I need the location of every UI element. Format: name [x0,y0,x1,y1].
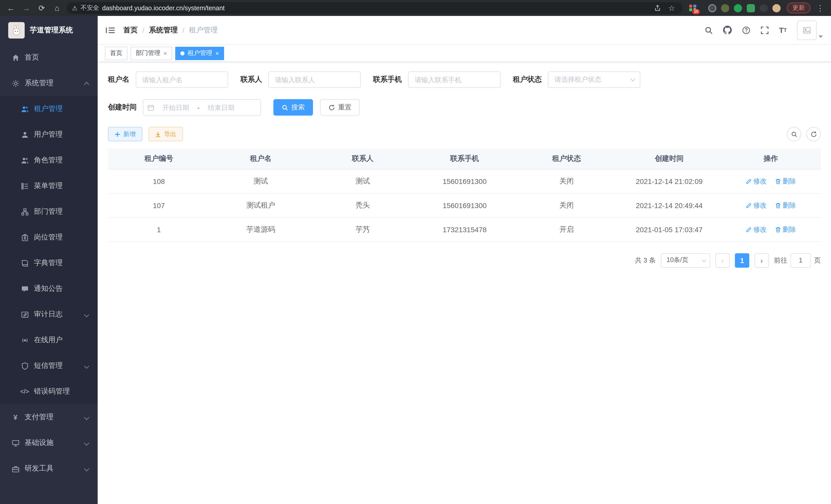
url-text[interactable]: dashboard.yudao.iocoder.cn/system/tenant [102,4,651,11]
menu-label: 短信管理 [34,361,63,370]
sidebar-item-sms[interactable]: 短信管理 [0,353,98,379]
share-icon[interactable] [654,5,661,11]
shield-icon [21,362,29,370]
extension-chat-icon[interactable] [747,4,755,12]
logo-image [8,22,25,38]
start-date-input[interactable] [157,103,194,111]
range-separator: - [197,103,200,111]
extension-green-icon[interactable] [734,4,742,12]
prev-page-button[interactable]: ‹ [715,253,730,267]
sidebar-group-infra[interactable]: 基础设施 [0,430,98,456]
add-button[interactable]: 新增 [108,127,142,141]
sidebar-item-online[interactable]: 在线用户 [0,327,98,353]
signal-icon [21,336,29,344]
forward-icon[interactable]: → [21,4,32,12]
reload-icon[interactable]: ⟳ [36,4,47,12]
menu-label: 审计日志 [34,310,63,319]
user-menu[interactable] [797,20,823,40]
tab-tenant[interactable]: 租户管理 × [175,47,224,60]
sidebar-item-menu[interactable]: 菜单管理 [0,173,98,199]
chevron-down-icon [84,466,89,471]
sidebar-item-errorcode[interactable]: </> 错误码管理 [0,379,98,404]
menu-label: 错误码管理 [34,387,70,396]
sidebar-item-post[interactable]: 岗位管理 [0,225,98,250]
sidebar-group-system[interactable]: 系统管理 [0,70,98,96]
delete-link[interactable]: 删除 [775,176,796,186]
extension-grid-icon[interactable]: 10 [689,4,697,12]
extension-ring-icon[interactable] [708,4,716,12]
back-icon[interactable]: ← [5,4,17,12]
header-search-icon[interactable] [704,26,713,34]
extension-olive-icon[interactable] [721,4,729,12]
close-icon[interactable]: × [164,50,167,57]
edit-link[interactable]: 修改 [746,225,767,234]
goto-page-input[interactable] [791,253,811,267]
search-button[interactable]: 搜索 [274,99,313,116]
tab-dept[interactable]: 部门管理 × [131,47,172,60]
help-icon[interactable] [742,26,750,34]
menu-label: 通知公告 [34,284,63,293]
page-number-button[interactable]: 1 [735,253,749,267]
status-placeholder: 请选择租户状态 [554,75,601,84]
profile-avatar-icon[interactable] [772,4,781,12]
bookmark-star-icon[interactable]: ☆ [666,4,677,12]
sidebar-item-role[interactable]: 角色管理 [0,147,98,173]
sidebar-item-user[interactable]: 用户管理 [0,122,98,147]
delete-link[interactable]: 删除 [775,225,796,234]
total-count: 共 3 条 [635,256,656,265]
security-label[interactable]: 不安全 [81,4,99,12]
tenant-name-input[interactable] [136,71,228,88]
hide-search-button[interactable] [787,127,801,141]
sidebar-item-dept[interactable]: 部门管理 [0,199,98,225]
edit-link[interactable]: 修改 [746,176,767,186]
extension-badge: 10 [692,9,700,14]
sidebar-group-devtools[interactable]: 研发工具 [0,456,98,481]
fullscreen-icon[interactable] [760,26,769,34]
edit-link[interactable]: 修改 [746,201,767,210]
cell-status: 关闭 [516,193,618,217]
next-page-button[interactable]: › [754,253,769,267]
phone-label: 联系手机 [373,75,402,84]
reset-button[interactable]: 重置 [320,99,360,116]
col-created: 创建时间 [618,148,721,169]
chevron-down-icon [819,35,823,38]
text-size-icon[interactable]: TT [779,26,787,34]
update-button[interactable]: 更新 [787,3,810,13]
collapse-menu-icon[interactable] [106,26,115,34]
extension-diamond-icon[interactable] [701,3,704,12]
sidebar-group-payment[interactable]: ¥ 支付管理 [0,404,98,430]
menu-label: 角色管理 [34,156,63,165]
export-button[interactable]: 导出 [148,127,183,141]
close-icon[interactable]: × [215,50,219,57]
extension-puzzle-icon[interactable] [760,4,768,12]
chevron-up-icon [84,82,89,87]
sidebar-item-notice[interactable]: 通知公告 [0,276,98,302]
tab-home[interactable]: 首页 [105,47,127,60]
address-bar[interactable]: ⚠ 不安全 dashboard.yudao.iocoder.cn/system/… [67,2,683,14]
menu-label: 用户管理 [34,130,63,139]
app-logo[interactable]: 芋道管理系统 [0,16,98,45]
sidebar-item-dict[interactable]: 字典管理 [0,250,98,276]
menu-label: 菜单管理 [34,181,63,190]
refresh-button[interactable] [806,127,821,141]
add-label: 新增 [123,130,136,139]
chevron-down-icon [702,258,706,262]
github-icon[interactable] [723,26,732,34]
col-tenant-id: 租户编号 [108,148,210,169]
menu-label: 在线用户 [34,335,63,345]
breadcrumb-home[interactable]: 首页 [123,25,138,35]
end-date-input[interactable] [203,103,240,111]
delete-link[interactable]: 删除 [775,201,796,210]
sidebar-item-home[interactable]: 首页 [0,45,98,70]
home-icon[interactable]: ⌂ [51,4,63,12]
breadcrumb-system[interactable]: 系统管理 [149,25,178,35]
page-size-select[interactable]: 10条/页 [661,253,710,267]
status-select[interactable]: 请选择租户状态 [548,71,640,88]
cell-name: 测试 [210,169,312,193]
date-range-picker[interactable]: - [143,99,261,116]
contact-input[interactable] [268,71,361,88]
browser-menu-icon[interactable]: ⋮ [814,4,826,12]
phone-input[interactable] [408,71,500,88]
sidebar-item-auditlog[interactable]: 审计日志 [0,302,98,327]
sidebar-item-tenant[interactable]: 租户管理 [0,96,98,122]
